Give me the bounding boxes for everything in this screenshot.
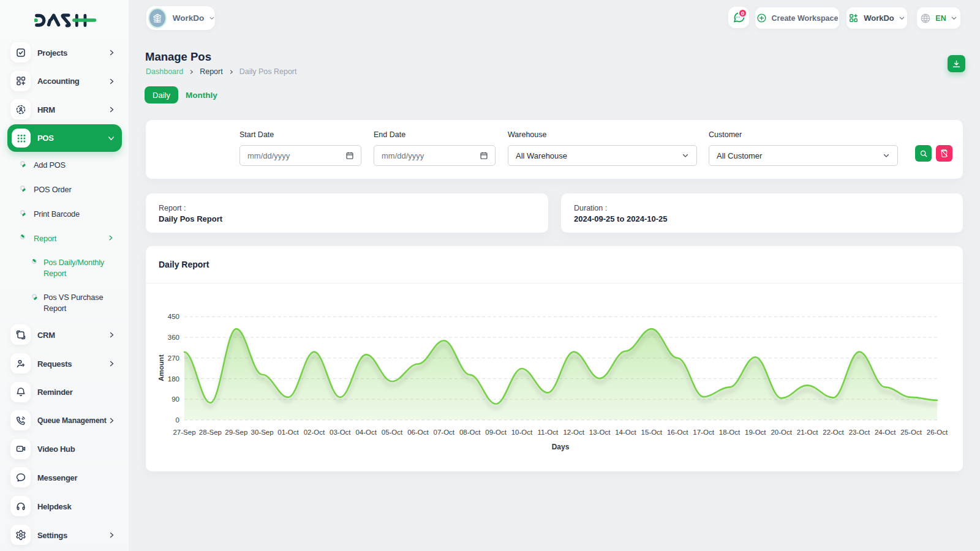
svg-text:09-Oct: 09-Oct — [485, 429, 507, 436]
svg-text:90: 90 — [172, 395, 179, 403]
svg-text:19-Oct: 19-Oct — [745, 429, 766, 436]
svg-text:21-Oct: 21-Oct — [797, 429, 818, 436]
svg-text:Amount: Amount — [157, 354, 165, 381]
svg-text:13-Oct: 13-Oct — [589, 429, 611, 436]
svg-text:05-Oct: 05-Oct — [382, 429, 403, 436]
svg-text:20-Oct: 20-Oct — [771, 429, 792, 436]
svg-text:11-Oct: 11-Oct — [537, 429, 558, 436]
svg-text:25-Oct: 25-Oct — [900, 429, 922, 436]
svg-text:270: 270 — [168, 354, 179, 362]
svg-text:12-Oct: 12-Oct — [563, 429, 584, 436]
svg-text:08-Oct: 08-Oct — [459, 429, 481, 436]
svg-text:02-Oct: 02-Oct — [304, 429, 325, 436]
svg-text:18-Oct: 18-Oct — [719, 429, 741, 436]
svg-text:0: 0 — [176, 416, 179, 424]
svg-text:15-Oct: 15-Oct — [641, 429, 663, 436]
svg-text:27-Sep: 27-Sep — [173, 429, 195, 436]
svg-text:23-Oct: 23-Oct — [849, 429, 870, 436]
svg-text:14-Oct: 14-Oct — [615, 429, 636, 436]
svg-text:07-Oct: 07-Oct — [434, 429, 455, 436]
svg-text:01-Oct: 01-Oct — [277, 429, 299, 436]
svg-text:26-Oct: 26-Oct — [927, 429, 948, 436]
svg-text:06-Oct: 06-Oct — [407, 429, 429, 436]
svg-text:180: 180 — [168, 375, 179, 383]
svg-text:28-Sep: 28-Sep — [199, 429, 222, 436]
svg-text:22-Oct: 22-Oct — [823, 429, 844, 436]
svg-text:10-Oct: 10-Oct — [511, 429, 533, 436]
svg-text:16-Oct: 16-Oct — [667, 429, 688, 436]
svg-text:450: 450 — [168, 313, 179, 320]
svg-text:29-Sep: 29-Sep — [225, 429, 247, 436]
svg-text:24-Oct: 24-Oct — [875, 429, 896, 436]
svg-text:Days: Days — [552, 443, 570, 451]
svg-text:03-Oct: 03-Oct — [330, 429, 351, 436]
svg-text:04-Oct: 04-Oct — [355, 429, 377, 436]
svg-text:30-Sep: 30-Sep — [251, 429, 274, 436]
svg-text:360: 360 — [168, 334, 179, 341]
svg-text:17-Oct: 17-Oct — [693, 429, 714, 436]
